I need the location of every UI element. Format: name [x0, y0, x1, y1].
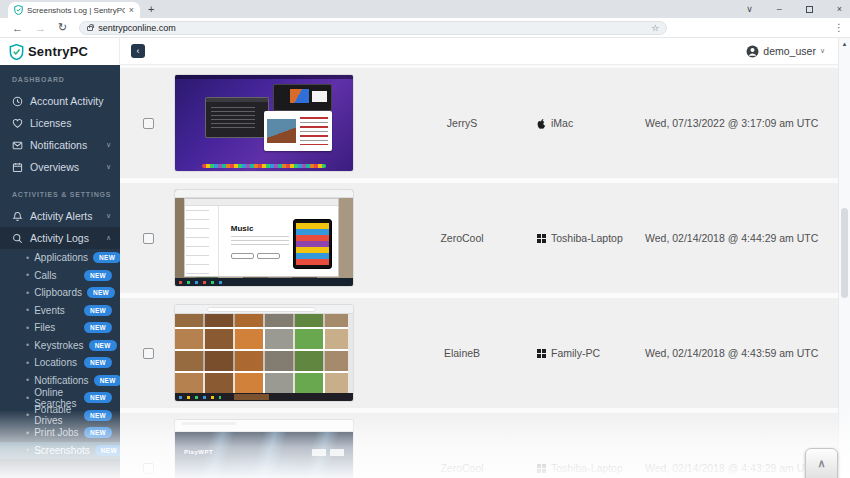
- bullet-icon: •: [26, 253, 29, 263]
- user-menu[interactable]: demo_user ∨: [746, 45, 825, 58]
- sidebar-item-label: Activity Logs: [30, 232, 89, 244]
- shield-check-icon: [9, 44, 24, 60]
- section-header-dashboard: DASHBOARD: [0, 76, 120, 83]
- thumb-browser-chrome: [175, 305, 353, 314]
- new-badge: NEW: [84, 427, 112, 438]
- sidebar-item-label: Screenshots: [34, 445, 90, 456]
- new-badge: NEW: [87, 287, 115, 298]
- sidebar-item-events[interactable]: • Events NEW: [0, 302, 120, 320]
- screenshot-thumbnail[interactable]: [175, 75, 353, 171]
- sidebar-item-label: Account Activity: [30, 95, 104, 107]
- thumb-button: [231, 253, 254, 259]
- sidebar-item-activity-alerts[interactable]: Activity Alerts ∨: [0, 205, 120, 227]
- row-checkbox[interactable]: [143, 463, 154, 474]
- thumb-itunes-window: Music: [184, 198, 339, 278]
- sidebar-item-overviews[interactable]: Overviews ∨: [0, 156, 120, 178]
- sidebar-item-label: Notifications: [34, 375, 88, 386]
- sidebar-item-print-jobs[interactable]: • Print Jobs NEW: [0, 424, 120, 442]
- browser-urlbar: ← → ↻ sentrypconline.com ☆ ⋮: [0, 18, 850, 38]
- new-tab-button[interactable]: +: [148, 3, 154, 15]
- user-cell: ElaineB: [387, 347, 537, 359]
- chevron-down-icon: ∨: [106, 212, 111, 220]
- device-name: iMac: [551, 117, 573, 129]
- bullet-icon: •: [26, 305, 29, 315]
- sidebar-collapse-button[interactable]: ‹: [131, 44, 145, 58]
- thumb-window-sidebar: [185, 206, 219, 277]
- table-row: Music ZeroCool Toshiba-Laptop Wed, 0: [120, 183, 838, 293]
- window-controls: ∨ – ×: [746, 0, 842, 18]
- thumb-video-window: [273, 84, 332, 112]
- thumb-dock: [202, 164, 327, 168]
- forward-icon[interactable]: →: [35, 22, 46, 34]
- scrollbar-thumb[interactable]: [841, 208, 848, 298]
- logo-text: SentryPC: [28, 44, 88, 59]
- sidebar-item-applications[interactable]: • Applications NEW: [0, 249, 120, 267]
- bullet-icon: •: [26, 358, 29, 368]
- thumb-terminal-window: [205, 97, 269, 138]
- url-text: sentrypconline.com: [98, 23, 646, 33]
- browser-titlebar: Screenshots Log | SentryPC × + ∨ – ×: [0, 0, 850, 18]
- row-checkbox[interactable]: [143, 233, 154, 244]
- sidebar-item-locations[interactable]: • Locations NEW: [0, 354, 120, 372]
- sidebar-item-account-activity[interactable]: Account Activity: [0, 90, 120, 112]
- page-scrollbar[interactable]: ▲: [838, 38, 850, 478]
- thumb-taskbar: [175, 278, 353, 286]
- thumb-scrollbar: [348, 314, 353, 394]
- sidebar-item-files[interactable]: • Files NEW: [0, 319, 120, 337]
- screenshot-thumbnail[interactable]: PlayWPT PLAY FREE POKER: [175, 420, 353, 478]
- bullet-icon: •: [26, 428, 29, 438]
- browser-window: Screenshots Log | SentryPC × + ∨ – × ← →…: [0, 0, 850, 478]
- row-checkbox[interactable]: [143, 118, 154, 129]
- back-icon[interactable]: ←: [12, 22, 23, 34]
- screenshot-thumbnail[interactable]: [175, 305, 353, 401]
- thumb-login-buttons: [312, 449, 344, 456]
- sidebar-item-screenshots[interactable]: • Screenshots NEW: [0, 442, 120, 460]
- chevron-down-icon: ∨: [820, 47, 825, 55]
- scroll-to-top-button[interactable]: ∧: [805, 448, 838, 478]
- tab-search-icon[interactable]: ∨: [746, 5, 753, 14]
- magnifier-icon: [12, 233, 23, 244]
- sidebar-item-calls[interactable]: • Calls NEW: [0, 267, 120, 285]
- section-header-activities: ACTIVITIES & SETTINGS: [0, 191, 120, 198]
- thumb-browser-chrome: [175, 190, 353, 198]
- device-cell: iMac: [537, 117, 645, 129]
- address-bar[interactable]: sentrypconline.com ☆: [79, 21, 667, 35]
- new-badge: NEW: [94, 375, 120, 386]
- new-badge: NEW: [84, 392, 112, 403]
- screenshot-thumbnail[interactable]: Music: [175, 190, 353, 286]
- sidebar-item-clipboards[interactable]: • Clipboards NEW: [0, 284, 120, 302]
- sidebar-item-activity-logs[interactable]: Activity Logs ∧: [0, 227, 120, 249]
- sidebar-item-keystrokes[interactable]: • Keystrokes NEW: [0, 337, 120, 355]
- sidebar-item-portable-drives[interactable]: • Portable Drives NEW: [0, 407, 120, 425]
- sidebar-item-label: Activity Alerts: [30, 210, 92, 222]
- maximize-button[interactable]: [806, 6, 813, 13]
- bullet-icon: •: [26, 410, 29, 420]
- browser-tab[interactable]: Screenshots Log | SentryPC ×: [8, 2, 140, 18]
- thumb-window-titlebar: [185, 199, 338, 206]
- user-cell: JerryS: [387, 117, 537, 129]
- sidebar-item-label: Locations: [34, 357, 77, 368]
- bullet-icon: •: [26, 393, 29, 403]
- bell-icon: [12, 211, 23, 222]
- sidebar-item-notifications[interactable]: Notifications ∨: [0, 134, 120, 156]
- sidebar-item-label: Keystrokes: [34, 340, 83, 351]
- tab-close-icon[interactable]: ×: [129, 6, 134, 15]
- browser-menu-icon[interactable]: ⋮: [834, 22, 844, 33]
- sentrypc-logo[interactable]: SentryPC: [0, 38, 120, 65]
- history-clock-icon: [12, 96, 23, 107]
- bullet-icon: •: [26, 375, 29, 385]
- table-row: PlayWPT PLAY FREE POKER ZeroCool Toshiba…: [120, 413, 838, 478]
- thumb-menubar: [175, 75, 353, 79]
- bookmark-star-icon[interactable]: ☆: [651, 23, 659, 33]
- reload-icon[interactable]: ↻: [58, 21, 67, 34]
- new-badge: NEW: [89, 340, 117, 351]
- row-checkbox[interactable]: [143, 348, 154, 359]
- minimize-button[interactable]: –: [777, 5, 782, 14]
- bullet-icon: •: [26, 445, 29, 455]
- sidebar: SentryPC DASHBOARD Account Activity Lice…: [0, 38, 120, 478]
- new-badge: NEW: [84, 305, 112, 316]
- scrollbar-up-arrow-icon[interactable]: ▲: [839, 41, 850, 47]
- close-window-button[interactable]: ×: [837, 5, 842, 14]
- sidebar-item-label: Files: [34, 322, 55, 333]
- sidebar-item-licenses[interactable]: Licenses: [0, 112, 120, 134]
